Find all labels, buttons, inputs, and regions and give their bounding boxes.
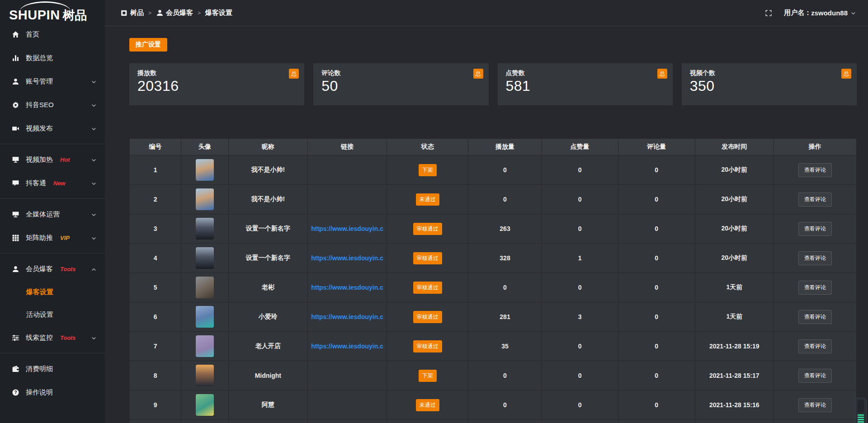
cell-nickname [228, 420, 307, 423]
avatar [196, 159, 214, 181]
view-comments-button[interactable]: 查看评论 [798, 310, 832, 324]
cell-link [307, 390, 387, 420]
breadcrumb-item[interactable]: 会员爆客 [156, 9, 193, 17]
username-value: zswodun88 [811, 9, 848, 17]
cell-status: 审核通过 [387, 214, 468, 244]
video-icon [12, 125, 19, 132]
breadcrumb-item[interactable]: 树品 [120, 9, 144, 17]
promo-settings-button[interactable]: 推广设置 [129, 38, 167, 52]
cell-comments: 0 [618, 214, 695, 244]
breadcrumb-label: 爆客设置 [205, 9, 232, 17]
sidebar-item-操作说明[interactable]: ?操作说明 [0, 381, 105, 404]
avatar [196, 247, 214, 269]
cell-status [387, 420, 468, 423]
column-header-状态: 状态 [387, 139, 468, 155]
sidebar-item-线索监控[interactable]: 线索监控Tools [0, 326, 105, 349]
cell-link [307, 361, 387, 390]
sidebar-item-视频加热[interactable]: 视频加热Hot [0, 148, 105, 171]
sidebar-item-账号管理[interactable]: 账号管理 [0, 70, 105, 93]
video-link[interactable]: https://www.iesdouyin.c [311, 284, 383, 291]
cell-time: 20小时前 [695, 244, 774, 273]
user-menu[interactable]: 用户名：zswodun88 [784, 9, 856, 17]
cell-nickname: 阿慧 [228, 390, 307, 420]
cell-link: https://www.iesdouyin.c [307, 214, 387, 244]
status-badge: 审核通过 [413, 311, 442, 323]
sidebar-item-抖音SEO[interactable]: 抖音SEO [0, 93, 105, 117]
stat-card-播放数: 播放数20316总 [129, 63, 304, 105]
video-link[interactable]: https://www.iesdouyin.c [311, 254, 383, 262]
cell-action: 查看评论 [774, 390, 856, 420]
cell-time: 20小时前 [695, 185, 774, 214]
main-content: 推广设置 播放数20316总评论数50总点赞数581总视频个数350总 编号头像… [105, 26, 868, 423]
view-comments-button[interactable]: 查看评论 [798, 398, 832, 412]
table-row: 2我不是小帅!未通过00020小时前查看评论 [130, 185, 857, 214]
cell-nickname: 我不是小帅! [228, 155, 307, 185]
sidebar-item-数据总览[interactable]: 数据总览 [0, 46, 105, 70]
sidebar-item-label: 矩阵助推 [26, 234, 53, 242]
total-badge: 总 [289, 69, 299, 79]
cell-avatar [181, 244, 229, 273]
avatar [196, 335, 214, 357]
cell-nickname: 小爱玲 [228, 302, 307, 332]
brand-logo[interactable]: SHUPIN 树品 [0, 0, 105, 23]
view-comments-button[interactable]: 查看评论 [798, 281, 832, 295]
username-label: 用户名： [784, 9, 811, 17]
breadcrumb-item[interactable]: 爆客设置 [205, 9, 232, 17]
cell-action [774, 420, 856, 423]
column-header-编号: 编号 [130, 139, 181, 155]
cell-nickname: 我不是小帅! [228, 185, 307, 214]
video-link[interactable]: https://www.iesdouyin.c [311, 313, 383, 320]
sidebar-item-label: 账号管理 [26, 77, 53, 86]
view-comments-button[interactable]: 查看评论 [798, 222, 832, 236]
cell-status: 审核通过 [387, 244, 468, 273]
status-badge: 审核通过 [413, 282, 442, 294]
cell-time: 20小时前 [695, 214, 774, 244]
table-row [130, 420, 857, 423]
sidebar-item-badge: VIP [60, 235, 70, 241]
cell-likes: 0 [542, 361, 618, 390]
sidebar-item-label: 抖客通 [26, 179, 46, 188]
sidebar-item-label: 数据总览 [26, 54, 53, 62]
view-comments-button[interactable]: 查看评论 [798, 193, 832, 207]
cell-action: 查看评论 [774, 244, 856, 273]
stat-value: 20316 [137, 78, 296, 94]
member-icon [12, 265, 19, 273]
status-badge: 审核通过 [413, 340, 442, 352]
sidebar-item-全媒体运营[interactable]: 全媒体运营 [0, 202, 105, 226]
sidebar-subitem-爆客设置[interactable]: 爆客设置 [0, 281, 105, 303]
chat-icon [12, 179, 19, 187]
cell-nickname: 老人开店 [228, 332, 307, 361]
column-header-头像: 头像 [181, 139, 229, 155]
widget-bar [858, 417, 864, 418]
cell-likes: 0 [542, 214, 618, 244]
sidebar-item-视频发布[interactable]: 视频发布 [0, 117, 105, 140]
view-comments-button[interactable]: 查看评论 [798, 369, 832, 383]
view-comments-button[interactable]: 查看评论 [798, 251, 832, 265]
view-comments-button[interactable]: 查看评论 [798, 339, 832, 353]
view-comments-button[interactable]: 查看评论 [798, 163, 832, 177]
svg-text:?: ? [14, 390, 17, 395]
sidebar-subitem-活动设置[interactable]: 活动设置 [0, 303, 105, 326]
fullscreen-icon[interactable] [765, 9, 772, 17]
cell-plays: 0 [468, 390, 542, 420]
cell-plays: 0 [468, 155, 542, 185]
avatar [196, 306, 214, 328]
widget-bar [858, 414, 864, 416]
cell-status: 审核通过 [387, 302, 468, 332]
wallet-icon [12, 365, 19, 373]
chart-icon [12, 54, 19, 62]
video-link[interactable]: https://www.iesdouyin.c [311, 343, 383, 350]
scroll-widget[interactable] [855, 398, 867, 423]
user-icon [156, 9, 164, 17]
sidebar-item-首页[interactable]: 首页 [0, 23, 105, 46]
sidebar-item-矩阵助推[interactable]: 矩阵助推VIP [0, 226, 105, 249]
breadcrumb-separator: > [198, 10, 201, 16]
sidebar-item-抖客通[interactable]: 抖客通New [0, 171, 105, 195]
sidebar-item-badge: Hot [60, 156, 70, 163]
total-badge: 总 [657, 69, 667, 79]
video-link[interactable]: https://www.iesdouyin.c [311, 225, 383, 232]
cell-time: 2021-11-28 15:16 [695, 390, 774, 420]
sidebar-item-消费明细[interactable]: 消费明细 [0, 357, 105, 381]
cell-link [307, 420, 387, 423]
sidebar-item-会员爆客[interactable]: 会员爆客Tools [0, 257, 105, 281]
